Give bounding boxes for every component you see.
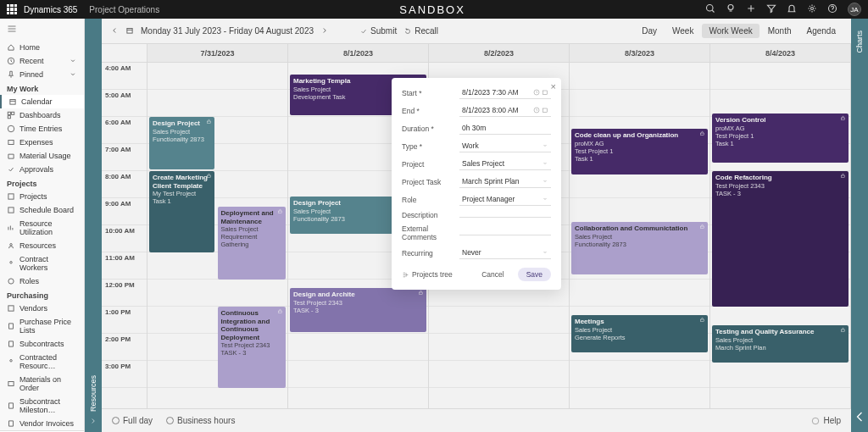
project-select[interactable]: Sales Project [459, 158, 551, 170]
svg-rect-18 [8, 382, 14, 386]
nav-material-usage[interactable]: Material Usage [0, 149, 84, 163]
svg-point-9 [8, 125, 14, 132]
nav-recent[interactable]: Recent [0, 54, 84, 68]
recurring-select[interactable]: Never [459, 246, 551, 259]
svg-point-13 [10, 244, 13, 246]
svg-rect-8 [8, 116, 10, 119]
calendar-icon [542, 89, 548, 96]
gear-icon[interactable] [807, 3, 817, 15]
start-input[interactable]: 8/1/2023 7:30 AM [459, 86, 551, 99]
svg-point-14 [10, 262, 13, 264]
app-subtitle: Project Operations [89, 5, 159, 14]
svg-point-0 [707, 5, 714, 12]
svg-rect-5 [10, 100, 15, 105]
nav-section-purchasing: Purchasing [0, 288, 84, 302]
time-entry-modal: × Start *8/1/2023 7:30 AM End *8/1/2023 … [392, 78, 561, 290]
nav-subcontracts[interactable]: Subcontracts [0, 337, 84, 351]
chevron-down-icon [542, 142, 548, 149]
top-bar: Dynamics 365 Project Operations SANDBOX … [0, 0, 868, 19]
chevron-down-icon [542, 249, 548, 256]
svg-rect-10 [8, 141, 14, 145]
chevron-right-icon [89, 417, 97, 425]
modal-backdrop: × Start *8/1/2023 7:30 AM End *8/1/2023 … [102, 19, 851, 432]
calendar-icon [542, 107, 548, 114]
svg-rect-16 [8, 306, 14, 311]
environment-brand: SANDBOX [159, 3, 705, 16]
external-comments-input[interactable] [459, 231, 551, 235]
nav-pinned[interactable]: Pinned [0, 68, 84, 81]
chevron-left-icon [851, 408, 868, 425]
nav-expenses[interactable]: Expenses [0, 136, 84, 149]
nav-section-mywork: My Work [0, 81, 84, 95]
chevron-down-icon [542, 196, 548, 202]
nav-resource-util[interactable]: Resource Utilization [0, 217, 84, 239]
nav-approvals[interactable]: Approvals [0, 163, 84, 176]
chevron-down-icon [542, 178, 548, 185]
left-nav: Home Recent Pinned My Work Calendar Dash… [0, 19, 85, 432]
nav-contract-workers[interactable]: Contract Workers [0, 252, 84, 274]
nav-vendor-invoices[interactable]: Vendor Invoices [0, 417, 84, 430]
nav-price-lists[interactable]: Purchase Price Lists [0, 315, 84, 337]
user-avatar[interactable]: JA [848, 3, 861, 16]
help-icon[interactable] [827, 3, 837, 15]
nav-resources[interactable]: Resources [0, 239, 84, 252]
task-select[interactable]: March Sprint Plan [459, 175, 551, 188]
filter-icon[interactable] [766, 3, 776, 15]
type-select[interactable]: Work [459, 140, 551, 152]
plus-icon[interactable] [746, 3, 756, 15]
chevron-down-icon [542, 160, 548, 167]
nav-schedule-board[interactable]: Schedule Board [0, 203, 84, 217]
nav-vendors[interactable]: Vendors [0, 302, 84, 315]
nav-projects[interactable]: Projects [0, 190, 84, 203]
svg-rect-7 [12, 112, 14, 114]
nav-calendar[interactable]: Calendar [0, 95, 84, 108]
nav-materials-order[interactable]: Materials on Order [0, 373, 84, 395]
svg-point-1 [728, 5, 733, 10]
svg-rect-35 [543, 91, 548, 95]
save-button[interactable]: Save [518, 268, 551, 281]
end-input[interactable]: 8/1/2023 8:00 AM [459, 104, 551, 117]
lightbulb-icon[interactable] [726, 3, 736, 15]
hamburger-icon[interactable] [0, 19, 84, 41]
clock-icon [533, 107, 540, 114]
svg-point-17 [10, 360, 13, 363]
app-title: Dynamics 365 [24, 5, 77, 14]
nav-section-projects: Projects [0, 176, 84, 190]
nav-dashboards[interactable]: Dashboards [0, 108, 84, 122]
svg-point-15 [8, 279, 14, 284]
svg-point-2 [811, 8, 814, 10]
svg-rect-11 [8, 194, 14, 199]
search-icon[interactable] [705, 3, 715, 15]
projects-tree-button[interactable]: Projects tree [402, 270, 453, 279]
bell-icon[interactable] [787, 3, 797, 15]
nav-contracted-res[interactable]: Contracted Resourc… [0, 351, 84, 373]
duration-input[interactable]: 0h 30m [459, 122, 551, 135]
nav-home[interactable]: Home [0, 41, 84, 54]
cancel-button[interactable]: Cancel [473, 268, 512, 281]
svg-rect-37 [543, 108, 548, 113]
clock-icon [533, 89, 540, 96]
nav-time-entries[interactable]: Time Entries [0, 122, 84, 136]
nav-roles[interactable]: Roles [0, 274, 84, 288]
resources-rail[interactable]: Resources [85, 19, 102, 432]
role-select[interactable]: Project Manager [459, 193, 551, 206]
charts-rail[interactable]: Charts [851, 19, 868, 432]
description-input[interactable] [459, 213, 551, 218]
svg-rect-12 [8, 208, 14, 213]
svg-rect-6 [8, 112, 10, 114]
nav-subcontract-miles[interactable]: Subcontract Mileston… [0, 395, 84, 417]
close-icon[interactable]: × [551, 81, 556, 91]
app-launcher-icon[interactable] [7, 4, 17, 14]
